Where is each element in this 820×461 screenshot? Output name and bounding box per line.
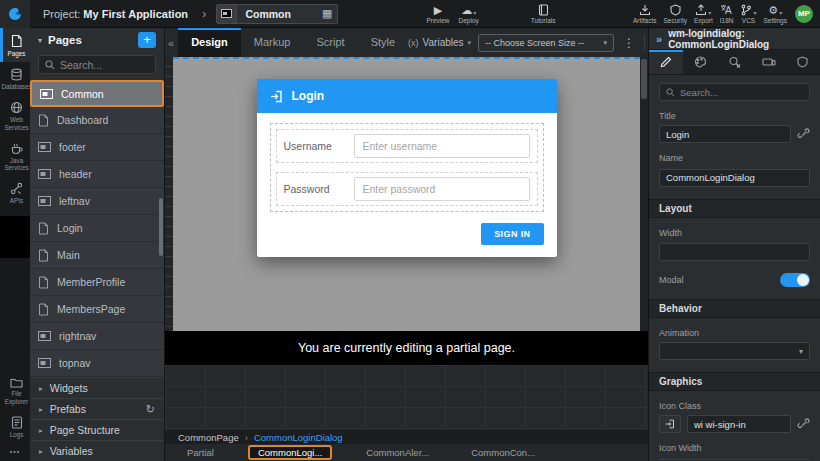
rail-item-logs[interactable]: Logs (0, 410, 30, 443)
username-input[interactable] (354, 134, 530, 158)
width-field-label: Width (659, 228, 810, 238)
canvas-grid-area[interactable] (165, 365, 648, 430)
more-options-icon[interactable]: ⋮ (621, 36, 637, 50)
i18n-button[interactable]: A I18N (720, 0, 734, 28)
collapse-left-panel-icon[interactable]: « (165, 37, 178, 49)
tutorials-button[interactable]: Tutorials (531, 0, 556, 28)
variables-button[interactable]: (x) Variables ▾ (408, 37, 471, 48)
caret-down-icon[interactable]: ▾ (38, 36, 42, 45)
rail-item-web-services[interactable]: Web Services (0, 95, 30, 135)
artifacts-button[interactable]: Artifacts (633, 0, 656, 28)
page-item-rightnav[interactable]: rightnav (30, 323, 164, 350)
form-fields-container[interactable]: Username Password (270, 123, 544, 212)
deploy-button[interactable]: ☁▾ Deploy (459, 0, 479, 28)
partial-icon (38, 142, 51, 152)
tab-devices[interactable] (752, 50, 786, 74)
properties-search[interactable] (659, 83, 810, 101)
page-item-common[interactable]: Common (30, 80, 164, 107)
rail-item-file-explorer[interactable]: File Explorer (0, 371, 30, 409)
screen-size-select[interactable]: -- Choose Screen Size -- ▾ (478, 34, 614, 52)
sign-in-button[interactable]: SIGN IN (481, 223, 543, 245)
section-widgets[interactable]: ▸ Widgets (30, 377, 164, 398)
divider (644, 35, 645, 51)
dialog-header[interactable]: Login (257, 79, 557, 113)
icon-class-input[interactable] (687, 415, 791, 433)
rail-item-pages[interactable]: Pages (0, 28, 30, 62)
page-item-login[interactable]: Login (30, 215, 164, 242)
editor-toolbar: « Design Markup Script Style (x) Variabl… (165, 28, 648, 57)
modal-toggle[interactable] (780, 273, 810, 287)
section-behavior: Behavior (649, 299, 820, 318)
pages-search[interactable] (38, 55, 156, 74)
username-form-row[interactable]: Username (276, 129, 538, 163)
page-item-topnav[interactable]: topnav (30, 350, 164, 377)
page-item-dashboard[interactable]: Dashboard (30, 107, 164, 134)
rail-filler (0, 258, 30, 372)
gear-icon: ⚙ (768, 5, 778, 16)
page-selector-dropdown[interactable]: Common ▦ (216, 4, 338, 24)
bind-link-icon[interactable] (797, 128, 810, 141)
properties-body: Title Name Layout Width Modal Behavior A… (649, 75, 820, 461)
page-item-footer[interactable]: footer (30, 134, 164, 161)
icon-preview-box[interactable] (659, 415, 681, 433)
refresh-icon[interactable]: ↻ (146, 403, 155, 416)
name-field-input[interactable] (659, 169, 810, 187)
add-page-button[interactable]: + (138, 32, 156, 48)
section-variables[interactable]: ▸ Variables (30, 440, 164, 461)
page-item-leftnav[interactable]: leftnav (30, 188, 164, 215)
login-dialog-widget[interactable]: Login Username Password (257, 79, 557, 257)
wavemaker-logo-icon[interactable] (0, 0, 30, 28)
database-icon (10, 68, 23, 81)
page-selector-value: Common (237, 8, 322, 20)
vcs-button[interactable]: ▾ VCS (740, 0, 756, 28)
rail-item-databases[interactable]: Databases (0, 62, 30, 95)
partial-icon (38, 169, 51, 179)
properties-search-input[interactable] (680, 87, 803, 98)
tab-security[interactable] (786, 50, 820, 74)
bottom-tab-commonlogindialog[interactable]: CommonLogi... (248, 445, 332, 460)
preview-button[interactable]: ▶ Preview (426, 0, 449, 28)
pages-panel-header: ▾ Pages + (30, 28, 164, 52)
grid-icon[interactable]: ▦ (322, 7, 337, 20)
tab-properties[interactable] (649, 50, 683, 74)
bottom-tab-commonalertdialog[interactable]: CommonAler... (358, 446, 437, 459)
width-field-input[interactable] (659, 243, 810, 261)
tab-events[interactable] (717, 50, 751, 74)
tab-markup[interactable]: Markup (241, 28, 304, 57)
rail-item-java-services[interactable]: Java Services (0, 136, 30, 176)
shield-outline-icon (797, 56, 808, 68)
password-form-row[interactable]: Password (276, 172, 538, 206)
user-avatar[interactable]: MP (795, 5, 813, 23)
tab-style[interactable]: Style (358, 28, 408, 57)
breadcrumb-parent[interactable]: CommonPage (178, 432, 239, 443)
page-item-memberprofile[interactable]: MemberProfile (30, 269, 164, 296)
page-item-main[interactable]: Main (30, 242, 164, 269)
pages-scrollbar-thumb[interactable] (159, 198, 163, 256)
expand-panel-icon[interactable]: » (656, 33, 662, 45)
section-prefabs[interactable]: ▸ Prefabs ↻ (30, 398, 164, 419)
section-page-structure[interactable]: ▸ Page Structure (30, 419, 164, 440)
page-item-header[interactable]: header (30, 161, 164, 188)
export-button[interactable]: ▾ Export (694, 0, 713, 28)
bottom-tab-partial[interactable]: Partial (179, 446, 222, 459)
title-field-input[interactable] (659, 125, 791, 143)
pages-search-input[interactable] (60, 59, 149, 71)
security-button[interactable]: Security (663, 0, 686, 28)
tab-styles[interactable] (683, 50, 717, 74)
canvas-scrollbar[interactable] (640, 57, 648, 331)
tab-script[interactable]: Script (304, 28, 358, 57)
partial-icon (40, 89, 53, 99)
canvas-stage[interactable]: Login Username Password (173, 57, 640, 331)
rail-item-apis[interactable]: APIs (0, 176, 30, 209)
log-file-icon (11, 416, 23, 429)
page-item-memberspage[interactable]: MembersPage (30, 296, 164, 323)
settings-button[interactable]: ⚙▾ Settings (764, 0, 788, 28)
rail-more-icon[interactable]: ••• (0, 443, 30, 461)
password-input[interactable] (354, 177, 530, 201)
breadcrumb-current[interactable]: CommonLoginDialog (254, 432, 343, 443)
animation-select[interactable]: ▾ (659, 342, 810, 360)
bottom-tab-commonconfirmdialog[interactable]: CommonCon... (463, 446, 543, 459)
bind-link-icon[interactable] (797, 418, 810, 431)
tab-design[interactable]: Design (178, 28, 241, 57)
properties-header: » wm-logindialog: CommonLoginDialog (649, 28, 820, 50)
